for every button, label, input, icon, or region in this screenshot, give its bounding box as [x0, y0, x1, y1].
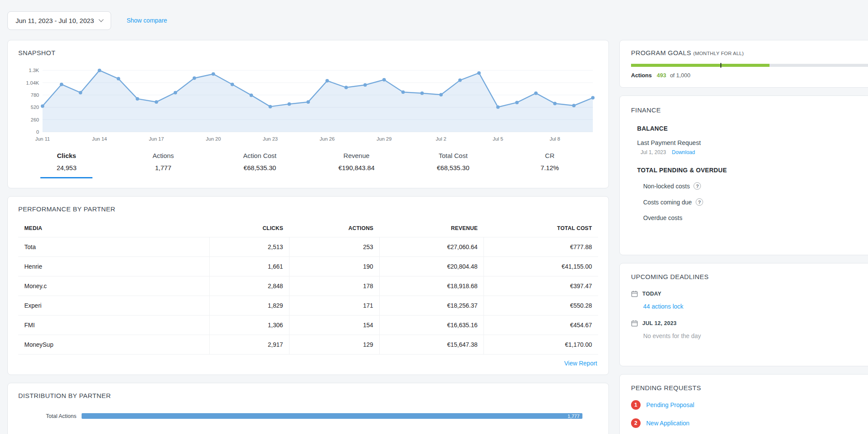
cell-value: €20,804.48 [379, 256, 483, 276]
cell-value: 2,513 [210, 237, 289, 256]
cell-value: 1,306 [210, 315, 289, 335]
pending-request-item[interactable]: 1Pending Proposal [631, 400, 868, 410]
goal-progress-fill [631, 64, 769, 67]
cell-value: €454.67 [484, 315, 598, 335]
deadline-date-label: TODAY [642, 291, 661, 297]
svg-text:Jul 5: Jul 5 [493, 136, 503, 141]
deadline-entry: 44 actions lock [643, 303, 868, 310]
dashboard-page: Jun 11, 2023 - Jul 10, 2023 Show compare… [0, 0, 868, 434]
right-column: PROGRAM GOALS (MONTHLY FOR ALL) Actions … [619, 40, 868, 434]
table-row[interactable]: Experi1,829171€18,256.37€550.28 [18, 296, 598, 315]
date-range-label: Jun 11, 2023 - Jul 10, 2023 [16, 17, 94, 24]
table-row[interactable]: MoneySup2,917129€15,647.38€1,170.00 [18, 335, 598, 354]
snapshot-title: SNAPSHOT [18, 49, 598, 56]
column-header-clicks[interactable]: CLICKS [210, 220, 289, 237]
distribution-bar[interactable]: 1,777 [82, 413, 582, 419]
last-payment-request-label: Last Payment Request [637, 139, 868, 146]
program-goals-title: PROGRAM GOALS (MONTHLY FOR ALL) [631, 49, 868, 56]
download-link[interactable]: Download [672, 149, 695, 155]
deadline-entry-link[interactable]: 44 actions lock [643, 303, 684, 310]
deadline-date-row: TODAY [631, 290, 868, 297]
performance-card: PERFORMANCE BY PARTNER MEDIACLICKSACTION… [7, 196, 609, 375]
metric-tab-actions[interactable]: Actions1,777 [115, 152, 212, 178]
metric-label: Total Cost [405, 152, 502, 159]
help-icon[interactable]: ? [696, 198, 703, 206]
pending-request-item[interactable]: 2New Application [631, 418, 868, 428]
column-header-total-cost[interactable]: TOTAL COST [484, 220, 598, 237]
pending-requests-title: PENDING REQUESTS [631, 384, 868, 391]
show-compare-link[interactable]: Show compare [127, 17, 167, 24]
view-report-link[interactable]: View Report [564, 360, 597, 367]
distribution-bar-value: 1,777 [568, 414, 583, 419]
cell-media: Money.c [18, 276, 210, 296]
finance-item-label: Overdue costs [643, 214, 682, 221]
metric-value: €190,843.84 [308, 164, 405, 171]
metric-value: 1,777 [115, 164, 212, 171]
cell-media: Tota [18, 237, 210, 256]
svg-text:780: 780 [31, 92, 39, 98]
metric-label: Action Cost [211, 152, 308, 159]
cell-value: 1,829 [210, 296, 289, 315]
svg-text:Jun 14: Jun 14 [92, 136, 107, 141]
metric-label: Actions [115, 152, 212, 159]
cell-media: MoneySup [18, 335, 210, 354]
column-header-media[interactable]: MEDIA [18, 220, 210, 237]
distribution-rows: Total Actions1,777 [18, 413, 598, 419]
cell-value: €777.88 [484, 237, 598, 256]
metric-tab-total-cost[interactable]: Total Cost€68,535.30 [405, 152, 502, 178]
table-row[interactable]: Henrie1,661190€20,804.48€41,155.00 [18, 256, 598, 276]
calendar-icon [631, 320, 638, 327]
cell-value: €15,647.38 [379, 335, 483, 354]
goal-metric-label: Actions [631, 72, 652, 79]
main-content: SNAPSHOT 02605207801.04K1.3KJun 11Jun 14… [7, 40, 868, 434]
cell-value: €16,635.16 [379, 315, 483, 335]
cell-value: 178 [289, 276, 380, 296]
help-icon[interactable]: ? [694, 182, 701, 190]
svg-text:1.3K: 1.3K [29, 68, 39, 73]
metric-active-underline [40, 177, 92, 178]
svg-text:Jun 29: Jun 29 [377, 136, 392, 141]
cell-media: FMI [18, 315, 210, 335]
cell-media: Experi [18, 296, 210, 315]
deadline-groups: TODAY44 actions lockJUL 12, 2023No event… [631, 290, 868, 339]
metric-active-underline [524, 177, 576, 178]
topbar: Jun 11, 2023 - Jul 10, 2023 Show compare [7, 10, 868, 30]
metric-tab-clicks[interactable]: Clicks24,953 [18, 152, 115, 178]
pending-request-items: 1Pending Proposal2New Application [631, 400, 868, 428]
goal-target-text: of 1,000 [670, 72, 690, 79]
metric-active-underline [330, 177, 382, 178]
cell-value: 154 [289, 315, 380, 335]
table-row[interactable]: Money.c2,848178€18,918.68€397.47 [18, 276, 598, 296]
cell-value: €18,256.37 [379, 296, 483, 315]
column-header-actions[interactable]: ACTIONS [289, 220, 380, 237]
metric-tab-action-cost[interactable]: Action Cost€68,535.30 [211, 152, 308, 178]
table-row[interactable]: Tota2,513253€27,060.64€777.88 [18, 237, 598, 256]
table-row[interactable]: FMI1,306154€16,635.16€454.67 [18, 315, 598, 335]
pending-request-link[interactable]: New Application [646, 420, 690, 427]
pending-requests-card: PENDING REQUESTS 1Pending Proposal2New A… [619, 374, 868, 434]
count-badge: 2 [631, 418, 641, 428]
metric-tab-revenue[interactable]: Revenue€190,843.84 [308, 152, 405, 178]
date-range-selector[interactable]: Jun 11, 2023 - Jul 10, 2023 [7, 11, 111, 30]
metric-active-underline [427, 177, 479, 178]
distribution-card: DISTRIBUTION BY PARTNER Total Actions1,7… [7, 383, 609, 434]
svg-text:Jul 8: Jul 8 [549, 136, 560, 141]
metric-tab-cr[interactable]: CR7.12% [501, 152, 598, 178]
cell-media: Henrie [18, 256, 210, 276]
performance-title: PERFORMANCE BY PARTNER [18, 205, 598, 213]
finance-item-label: Costs coming due [643, 199, 692, 206]
finance-items: Non-locked costs?Costs coming due?Overdu… [631, 182, 868, 221]
snapshot-metrics: Clicks24,953Actions1,777Action Cost€68,5… [18, 152, 598, 178]
cell-value: 190 [289, 256, 380, 276]
cell-value: 253 [289, 237, 380, 256]
finance-card: FINANCE BALANCE Last Payment Request Jul… [619, 95, 868, 255]
performance-table-body: Tota2,513253€27,060.64€777.88Henrie1,661… [18, 237, 598, 354]
pending-request-link[interactable]: Pending Proposal [646, 401, 694, 408]
deadline-date-row: JUL 12, 2023 [631, 320, 868, 327]
finance-item-label: Non-locked costs [643, 183, 690, 190]
cell-value: €41,155.00 [484, 256, 598, 276]
calendar-icon [631, 290, 638, 297]
column-header-revenue[interactable]: REVENUE [379, 220, 483, 237]
cell-value: 2,917 [210, 335, 289, 354]
goal-current-value: 493 [657, 72, 666, 79]
